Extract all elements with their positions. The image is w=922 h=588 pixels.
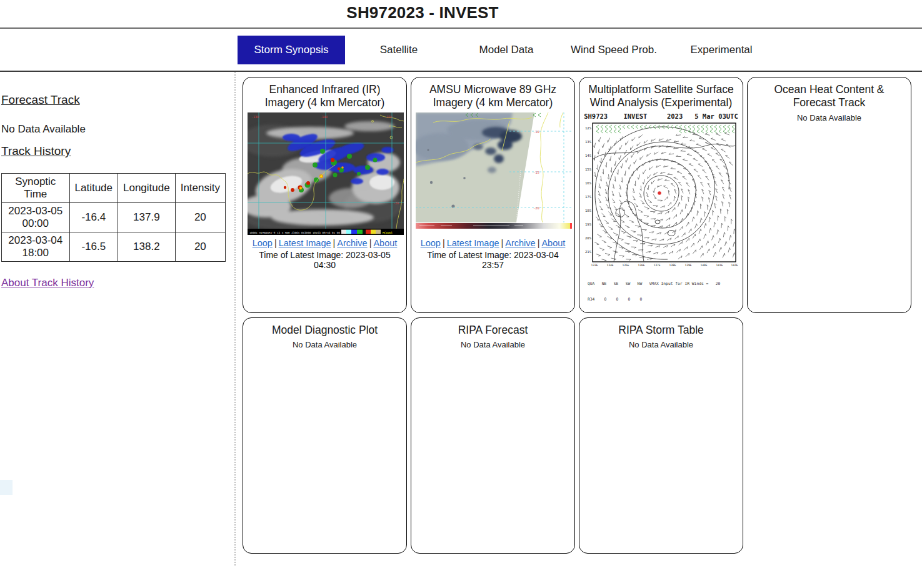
- col-intensity: Intensity: [175, 174, 225, 203]
- col-latitude: Latitude: [69, 174, 118, 203]
- tab-model-data[interactable]: Model Data: [453, 36, 560, 64]
- cell-intensity: 20: [175, 232, 225, 262]
- model-diag-no-data-status: No Data Available: [248, 340, 402, 349]
- ir-grid-label: -20: [393, 201, 399, 205]
- wind-stats-line: R34 0 0 0 0: [588, 297, 738, 302]
- cell-longitude: 137.9: [118, 203, 176, 232]
- amsu-about-link[interactable]: About: [541, 238, 565, 248]
- wind-y-label: 13S: [585, 140, 591, 144]
- col-longitude: Longitude: [118, 174, 176, 203]
- wind-y-label: 18S: [585, 209, 591, 212]
- ir-satellite-image[interactable]: -130 -140 -150 -20 10001 HIMAWARI-9 13 5…: [248, 112, 404, 235]
- about-track-history-link[interactable]: About Track History: [1, 277, 94, 289]
- wind-x-label: 141E: [716, 264, 723, 267]
- cell-intensity: 20: [175, 203, 225, 232]
- wind-x-label: 138E: [669, 264, 676, 267]
- amsu-latest-image-time: Time of Latest Image: 2023-03-04 23:57: [416, 250, 570, 270]
- track-history-heading: Track History: [1, 144, 226, 158]
- ir-links-row: Loop|Latest Image|Archive|About: [248, 238, 402, 248]
- wind-y-label: 16S: [585, 181, 591, 185]
- link-separator: |: [273, 238, 279, 248]
- forecast-track-heading: Forecast Track: [1, 93, 226, 107]
- wind-x-label: 133E: [591, 264, 598, 267]
- wind-y-label: 14S: [585, 154, 591, 157]
- card-title: RIPA Storm Table: [588, 324, 734, 337]
- ir-latest-image-link[interactable]: Latest Image: [279, 238, 331, 248]
- storm-center-marker: [658, 191, 661, 195]
- link-separator: |: [499, 238, 506, 248]
- table-row: 2023-03-04 18:00 -16.5 138.2 20: [2, 232, 226, 262]
- wind-x-label: 136E: [638, 264, 644, 267]
- wind-y-label: 12S: [585, 126, 591, 130]
- card-model-diagnostic-plot: Model Diagnostic Plot No Data Available: [243, 317, 407, 554]
- cards-area: Enhanced Infrared (IR) Imagery (4 km Mer…: [236, 72, 918, 554]
- card-title: RIPA Forecast: [419, 324, 566, 337]
- amsu-lat-label: -10: [533, 129, 539, 133]
- card-amsu-microwave: AMSU Microwave 89 GHz Imagery (4 km Merc…: [411, 77, 575, 313]
- card-title: Enhanced Infrared (IR) Imagery (4 km Mer…: [251, 83, 398, 110]
- ir-latest-image-time: Time of Latest Image: 2023-03-05 04:30: [248, 250, 402, 270]
- ripa-table-no-data-status: No Data Available: [584, 340, 738, 349]
- track-history-table: Synoptic Time Latitude Longitude Intensi…: [1, 173, 226, 262]
- card-ripa-storm-table: RIPA Storm Table No Data Available: [579, 317, 743, 554]
- ir-image-caption: 10001 HIMAWARI-9 13 5 MAR 23064 043000 1…: [249, 231, 340, 234]
- card-enhanced-ir: Enhanced Infrared (IR) Imagery (4 km Mer…: [243, 77, 407, 313]
- card-title: Ocean Heat Content & Forecast Track: [756, 83, 903, 110]
- amsu-archive-link[interactable]: Archive: [505, 238, 535, 248]
- card-title: Multiplatform Satellite Surface Wind Ana…: [588, 83, 734, 110]
- amsu-lat-label: -15: [533, 170, 539, 174]
- amsu-links-row: Loop|Latest Image|Archive|About: [416, 238, 570, 248]
- wind-plot-header: SH9723 INVEST 2023 5 Mar 03UTC: [584, 112, 738, 120]
- wind-y-label: 20S: [585, 236, 591, 240]
- ripa-forecast-no-data-status: No Data Available: [416, 340, 570, 349]
- wind-y-label: 15S: [585, 167, 591, 171]
- link-separator: |: [536, 238, 542, 248]
- cell-longitude: 138.2: [118, 232, 176, 262]
- scroll-artifact: [0, 480, 13, 495]
- cell-synoptic-time: 2023-03-05 00:00: [2, 203, 70, 232]
- wind-stats-line: R50 0 0 0 0 VMAX = 20 kt MSLP = 1002.5 h…: [588, 312, 738, 313]
- wind-x-label: 135E: [622, 264, 629, 267]
- nav-tab-bar: Storm Synopsis Satellite Model Data Wind…: [0, 27, 922, 72]
- ir-grid-label: -140: [320, 115, 328, 119]
- wind-x-label: 134E: [606, 264, 613, 267]
- amsu-latest-image-link[interactable]: Latest Image: [447, 238, 499, 248]
- cell-synoptic-time: 2023-03-04 18:00: [2, 232, 70, 262]
- card-wind-analysis: Multiplatform Satellite Surface Wind Ana…: [579, 77, 743, 313]
- cell-latitude: -16.5: [69, 232, 118, 262]
- table-header-row: Synoptic Time Latitude Longitude Intensi…: [2, 174, 226, 203]
- ir-colorbar-label: MCIDAS: [383, 231, 393, 234]
- card-title: AMSU Microwave 89 GHz Imagery (4 km Merc…: [419, 83, 566, 110]
- wind-x-label: 140E: [700, 264, 707, 267]
- ir-about-link[interactable]: About: [373, 238, 397, 248]
- card-ripa-forecast: RIPA Forecast No Data Available: [411, 317, 575, 554]
- wind-x-label: 142E: [731, 264, 738, 267]
- amsu-loop-link[interactable]: Loop: [421, 238, 441, 248]
- col-synoptic-time: Synoptic Time: [2, 174, 70, 203]
- wind-stats-line: QUA NE SE SW NW VMAX Input for IR Winds …: [588, 281, 738, 286]
- sidebar: Forecast Track No Data Available Track H…: [0, 72, 236, 566]
- card-title: Model Diagnostic Plot: [251, 324, 398, 337]
- wind-analysis-image[interactable]: 12S 13S 14S 15S 16S 17S 18S 19S 20S 21S: [584, 122, 738, 271]
- ir-grid-label: -130: [251, 115, 259, 119]
- tab-satellite[interactable]: Satellite: [345, 36, 453, 64]
- tab-storm-synopsis[interactable]: Storm Synopsis: [238, 36, 345, 64]
- amsu-satellite-image[interactable]: -10 -15 -20: [416, 112, 572, 235]
- ir-loop-link[interactable]: Loop: [253, 238, 273, 248]
- ir-archive-link[interactable]: Archive: [337, 238, 367, 248]
- table-row: 2023-03-05 00:00 -16.4 137.9 20: [2, 203, 226, 232]
- wind-stats-block: QUA NE SE SW NW VMAX Input for IR Winds …: [588, 271, 738, 313]
- wind-x-label: 139E: [684, 264, 691, 267]
- link-separator: |: [331, 238, 338, 248]
- card-ocean-heat-content: Ocean Heat Content & Forecast Track No D…: [747, 77, 911, 313]
- tab-wind-speed-prob[interactable]: Wind Speed Prob.: [560, 36, 668, 64]
- wind-x-label: 137E: [653, 264, 660, 267]
- ohc-no-data-status: No Data Available: [752, 113, 906, 122]
- wind-y-label: 21S: [585, 250, 591, 254]
- page-title: SH972023 - INVEST: [0, 3, 845, 22]
- tab-experimental[interactable]: Experimental: [668, 36, 775, 64]
- cell-latitude: -16.4: [69, 203, 118, 232]
- link-separator: |: [441, 238, 447, 248]
- wind-y-label: 17S: [585, 195, 591, 199]
- title-row: SH972023 - INVEST: [0, 0, 845, 22]
